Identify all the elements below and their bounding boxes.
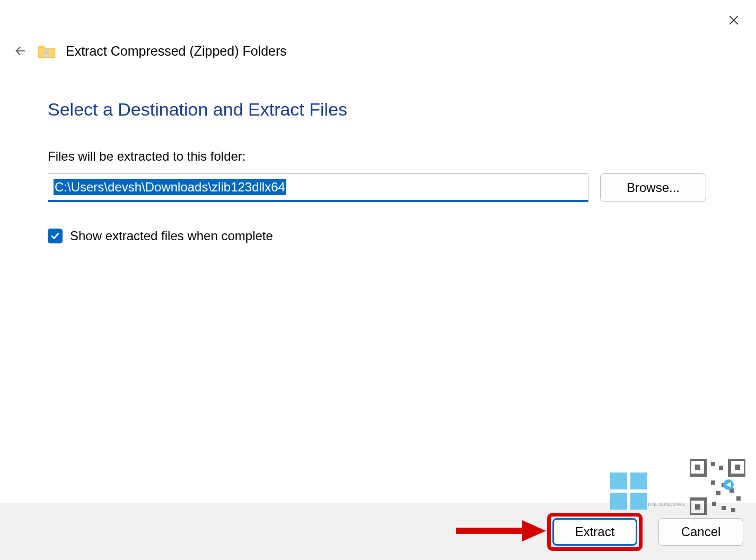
svg-rect-27 — [722, 506, 726, 510]
svg-rect-14 — [695, 465, 700, 470]
show-files-checkbox[interactable] — [48, 229, 63, 243]
svg-rect-7 — [456, 528, 525, 534]
svg-rect-10 — [630, 472, 647, 489]
destination-path-value: C:\Users\devsh\Downloads\zlib123dllx64 — [54, 179, 286, 195]
cancel-button[interactable]: Cancel — [658, 518, 743, 546]
svg-rect-11 — [610, 493, 627, 510]
destination-path-input[interactable]: C:\Users\devsh\Downloads\zlib123dllx64 — [48, 173, 588, 202]
svg-rect-3 — [45, 49, 49, 57]
svg-rect-16 — [735, 465, 740, 470]
svg-rect-12 — [630, 493, 647, 510]
svg-rect-9 — [610, 472, 627, 489]
svg-rect-19 — [711, 462, 715, 466]
highlight-arrow-icon — [456, 519, 546, 545]
svg-rect-26 — [712, 502, 716, 506]
svg-rect-18 — [695, 504, 700, 510]
show-files-checkbox-label: Show extracted files when complete — [70, 229, 273, 243]
svg-rect-21 — [711, 480, 715, 485]
watermark-qr-icon — [690, 459, 745, 515]
dialog-header: Extract Compressed (Zipped) Folders — [0, 0, 756, 59]
dialog-title: Extract Compressed (Zipped) Folders — [66, 43, 287, 59]
page-heading: Select a Destination and Extract Files — [48, 99, 708, 120]
svg-rect-20 — [719, 466, 723, 470]
dialog-content: Select a Destination and Extract Files F… — [0, 59, 756, 243]
watermark-text: THE WINDOWS — [647, 502, 685, 507]
extract-button[interactable]: Extract — [552, 518, 637, 546]
extract-button-highlight: Extract — [547, 513, 643, 551]
svg-rect-25 — [736, 496, 741, 501]
watermark-windows-logo-icon — [608, 470, 650, 512]
svg-rect-24 — [716, 491, 720, 495]
zipped-folder-icon — [37, 43, 56, 59]
back-arrow-icon[interactable] — [11, 42, 28, 59]
destination-row: C:\Users\devsh\Downloads\zlib123dllx64 B… — [48, 173, 708, 202]
svg-marker-8 — [522, 520, 546, 541]
browse-button[interactable]: Browse... — [600, 173, 706, 202]
show-files-checkbox-row: Show extracted files when complete — [48, 229, 708, 243]
destination-label: Files will be extracted to this folder: — [48, 149, 708, 164]
close-button[interactable] — [723, 10, 744, 31]
svg-rect-28 — [731, 508, 735, 512]
